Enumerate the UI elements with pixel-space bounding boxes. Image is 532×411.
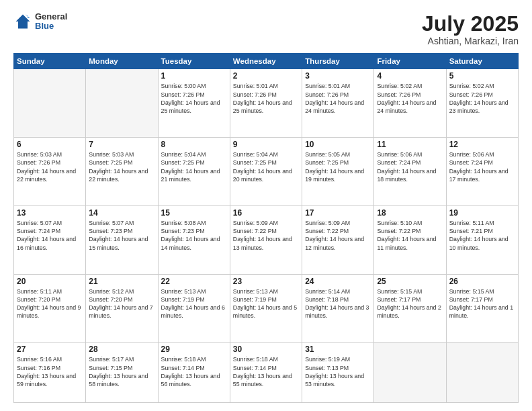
calendar-cell: 15Sunrise: 5:08 AM Sunset: 7:23 PM Dayli… (158, 205, 230, 274)
day-number: 21 (89, 277, 154, 286)
cell-info: Sunrise: 5:15 AM Sunset: 7:17 PM Dayligh… (449, 287, 515, 320)
cell-info: Sunrise: 5:07 AM Sunset: 7:23 PM Dayligh… (89, 219, 154, 252)
calendar-day-header: Thursday (302, 54, 374, 69)
location-subtitle: Ashtian, Markazi, Iran (422, 36, 519, 46)
calendar-cell: 18Sunrise: 5:10 AM Sunset: 7:22 PM Dayli… (374, 205, 446, 274)
header: General Blue July 2025 Ashtian, Markazi,… (13, 12, 519, 46)
logo-general: General (35, 12, 67, 21)
day-number: 22 (161, 277, 227, 286)
calendar-cell: 7Sunrise: 5:03 AM Sunset: 7:25 PM Daylig… (86, 137, 158, 205)
calendar-week-row: 1Sunrise: 5:00 AM Sunset: 7:26 PM Daylig… (14, 69, 519, 138)
cell-info: Sunrise: 5:18 AM Sunset: 7:14 PM Dayligh… (161, 355, 227, 388)
day-number: 20 (17, 277, 83, 286)
day-number: 27 (17, 345, 83, 354)
calendar-cell (86, 69, 158, 138)
calendar-cell: 12Sunrise: 5:06 AM Sunset: 7:24 PM Dayli… (446, 137, 518, 205)
cell-info: Sunrise: 5:11 AM Sunset: 7:21 PM Dayligh… (449, 219, 515, 252)
calendar-header-row: SundayMondayTuesdayWednesdayThursdayFrid… (14, 54, 519, 69)
cell-info: Sunrise: 5:01 AM Sunset: 7:26 PM Dayligh… (233, 82, 299, 115)
day-number: 1 (161, 71, 227, 81)
day-number: 30 (233, 345, 299, 354)
calendar-cell (374, 342, 446, 403)
day-number: 15 (161, 208, 227, 218)
calendar-cell: 31Sunrise: 5:19 AM Sunset: 7:13 PM Dayli… (302, 342, 374, 403)
day-number: 29 (161, 345, 227, 354)
logo-blue: Blue (35, 21, 67, 31)
cell-info: Sunrise: 5:09 AM Sunset: 7:22 PM Dayligh… (233, 219, 299, 252)
calendar-cell: 22Sunrise: 5:13 AM Sunset: 7:19 PM Dayli… (158, 274, 230, 342)
cell-info: Sunrise: 5:07 AM Sunset: 7:24 PM Dayligh… (17, 219, 83, 252)
cell-info: Sunrise: 5:02 AM Sunset: 7:26 PM Dayligh… (377, 82, 443, 115)
title-block: July 2025 Ashtian, Markazi, Iran (422, 12, 519, 46)
logo-text: General Blue (35, 12, 67, 32)
calendar-cell: 26Sunrise: 5:15 AM Sunset: 7:17 PM Dayli… (446, 274, 518, 342)
day-number: 19 (449, 208, 515, 218)
calendar-cell (14, 69, 86, 138)
cell-info: Sunrise: 5:03 AM Sunset: 7:25 PM Dayligh… (89, 150, 154, 183)
calendar-week-row: 27Sunrise: 5:16 AM Sunset: 7:16 PM Dayli… (14, 342, 519, 403)
cell-info: Sunrise: 5:11 AM Sunset: 7:20 PM Dayligh… (17, 287, 83, 320)
cell-info: Sunrise: 5:17 AM Sunset: 7:15 PM Dayligh… (89, 355, 154, 388)
calendar-day-header: Monday (86, 54, 158, 69)
cell-info: Sunrise: 5:15 AM Sunset: 7:17 PM Dayligh… (377, 287, 443, 320)
day-number: 7 (89, 140, 154, 149)
calendar-cell: 9Sunrise: 5:04 AM Sunset: 7:25 PM Daylig… (230, 137, 302, 205)
day-number: 17 (305, 208, 371, 218)
calendar-cell: 1Sunrise: 5:00 AM Sunset: 7:26 PM Daylig… (158, 69, 230, 138)
cell-info: Sunrise: 5:01 AM Sunset: 7:26 PM Dayligh… (305, 82, 371, 115)
calendar-cell: 21Sunrise: 5:12 AM Sunset: 7:20 PM Dayli… (86, 274, 158, 342)
svg-marker-1 (26, 15, 30, 18)
calendar-cell: 8Sunrise: 5:04 AM Sunset: 7:25 PM Daylig… (158, 137, 230, 205)
calendar-week-row: 20Sunrise: 5:11 AM Sunset: 7:20 PM Dayli… (14, 274, 519, 342)
month-year-title: July 2025 (422, 12, 519, 36)
calendar-cell: 14Sunrise: 5:07 AM Sunset: 7:23 PM Dayli… (86, 205, 158, 274)
calendar-day-header: Tuesday (158, 54, 230, 69)
day-number: 26 (449, 277, 515, 286)
calendar-cell: 30Sunrise: 5:18 AM Sunset: 7:14 PM Dayli… (230, 342, 302, 403)
calendar-cell: 3Sunrise: 5:01 AM Sunset: 7:26 PM Daylig… (302, 69, 374, 138)
calendar-cell: 29Sunrise: 5:18 AM Sunset: 7:14 PM Dayli… (158, 342, 230, 403)
calendar-cell: 13Sunrise: 5:07 AM Sunset: 7:24 PM Dayli… (14, 205, 86, 274)
calendar-week-row: 6Sunrise: 5:03 AM Sunset: 7:26 PM Daylig… (14, 137, 519, 205)
cell-info: Sunrise: 5:19 AM Sunset: 7:13 PM Dayligh… (305, 355, 371, 388)
cell-info: Sunrise: 5:03 AM Sunset: 7:26 PM Dayligh… (17, 150, 83, 183)
day-number: 16 (233, 208, 299, 218)
cell-info: Sunrise: 5:04 AM Sunset: 7:25 PM Dayligh… (233, 150, 299, 183)
day-number: 13 (17, 208, 83, 218)
day-number: 25 (377, 277, 443, 286)
cell-info: Sunrise: 5:08 AM Sunset: 7:23 PM Dayligh… (161, 219, 227, 252)
cell-info: Sunrise: 5:10 AM Sunset: 7:22 PM Dayligh… (377, 219, 443, 252)
day-number: 2 (233, 71, 299, 81)
cell-info: Sunrise: 5:12 AM Sunset: 7:20 PM Dayligh… (89, 287, 154, 320)
calendar-cell (446, 342, 518, 403)
day-number: 11 (377, 140, 443, 149)
day-number: 23 (233, 277, 299, 286)
calendar-cell: 25Sunrise: 5:15 AM Sunset: 7:17 PM Dayli… (374, 274, 446, 342)
calendar-week-row: 13Sunrise: 5:07 AM Sunset: 7:24 PM Dayli… (14, 205, 519, 274)
calendar-table: SundayMondayTuesdayWednesdayThursdayFrid… (13, 53, 519, 403)
calendar-cell: 5Sunrise: 5:02 AM Sunset: 7:26 PM Daylig… (446, 69, 518, 138)
cell-info: Sunrise: 5:16 AM Sunset: 7:16 PM Dayligh… (17, 355, 83, 388)
calendar-cell: 27Sunrise: 5:16 AM Sunset: 7:16 PM Dayli… (14, 342, 86, 403)
calendar-day-header: Friday (374, 54, 446, 69)
calendar-cell: 10Sunrise: 5:05 AM Sunset: 7:25 PM Dayli… (302, 137, 374, 205)
day-number: 4 (377, 71, 443, 81)
cell-info: Sunrise: 5:04 AM Sunset: 7:25 PM Dayligh… (161, 150, 227, 183)
cell-info: Sunrise: 5:14 AM Sunset: 7:18 PM Dayligh… (305, 287, 371, 320)
day-number: 14 (89, 208, 154, 218)
calendar-cell: 16Sunrise: 5:09 AM Sunset: 7:22 PM Dayli… (230, 205, 302, 274)
page: General Blue July 2025 Ashtian, Markazi,… (0, 0, 532, 411)
calendar-day-header: Saturday (446, 54, 518, 69)
cell-info: Sunrise: 5:09 AM Sunset: 7:22 PM Dayligh… (305, 219, 371, 252)
cell-info: Sunrise: 5:02 AM Sunset: 7:26 PM Dayligh… (449, 82, 515, 115)
calendar-cell: 17Sunrise: 5:09 AM Sunset: 7:22 PM Dayli… (302, 205, 374, 274)
logo: General Blue (13, 12, 67, 32)
cell-info: Sunrise: 5:06 AM Sunset: 7:24 PM Dayligh… (377, 150, 443, 183)
calendar-cell: 20Sunrise: 5:11 AM Sunset: 7:20 PM Dayli… (14, 274, 86, 342)
calendar-cell: 11Sunrise: 5:06 AM Sunset: 7:24 PM Dayli… (374, 137, 446, 205)
calendar-cell: 28Sunrise: 5:17 AM Sunset: 7:15 PM Dayli… (86, 342, 158, 403)
day-number: 9 (233, 140, 299, 149)
cell-info: Sunrise: 5:00 AM Sunset: 7:26 PM Dayligh… (161, 82, 227, 115)
cell-info: Sunrise: 5:18 AM Sunset: 7:14 PM Dayligh… (233, 355, 299, 388)
day-number: 10 (305, 140, 371, 149)
